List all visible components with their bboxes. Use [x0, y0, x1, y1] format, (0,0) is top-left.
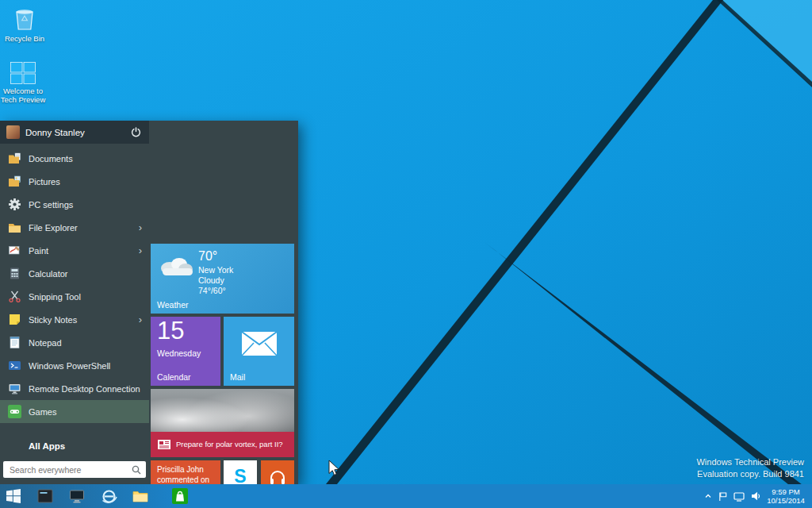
- network-icon: [733, 491, 745, 502]
- documents-icon: [8, 152, 21, 165]
- snipping-tool-icon: [8, 290, 21, 303]
- start-menu: Donny Stanley Documents Pictures: [0, 121, 298, 484]
- menu-item-sticky-notes[interactable]: Sticky Notes: [0, 308, 149, 331]
- recycle-bin-icon: [13, 5, 36, 32]
- menu-item-label: Pictures: [29, 177, 60, 187]
- taskbar-pinned-app-1[interactable]: [36, 488, 54, 504]
- tile-mail[interactable]: Mail: [224, 317, 294, 386]
- tile-label: Weather: [157, 300, 189, 310]
- pictures-icon: [8, 175, 21, 188]
- paint-icon: [8, 244, 21, 257]
- menu-item-label: Remote Desktop Connection: [29, 384, 140, 394]
- weather-city: New York: [198, 265, 233, 275]
- news-headline: Prepare for polar vortex, part II?: [176, 440, 283, 449]
- tile-label: Mail: [230, 372, 245, 382]
- power-icon: [131, 127, 141, 137]
- desktop: Recycle Bin Welcome to Tech Preview Wind…: [0, 0, 812, 508]
- menu-item-label: Calculator: [29, 269, 68, 279]
- weather-cloud-icon: [158, 254, 194, 278]
- monitor-icon: [69, 488, 85, 504]
- menu-item-remote-desktop-connection[interactable]: Remote Desktop Connection: [0, 377, 149, 400]
- evaluation-watermark: Windows Technical Preview Evaluation cop…: [696, 456, 804, 480]
- menu-item-label: Notepad: [29, 338, 62, 348]
- games-icon: [8, 405, 21, 418]
- clock-date: 10/15/2014: [762, 496, 810, 505]
- sticky-notes-icon: [8, 313, 21, 326]
- start-button[interactable]: [6, 489, 21, 503]
- calendar-weekday: Wednesday: [157, 348, 201, 358]
- notepad-icon: [8, 336, 21, 349]
- menu-item-pc-settings[interactable]: PC settings: [0, 193, 149, 216]
- volume-icon: [750, 491, 761, 502]
- desktop-icon-recycle-bin[interactable]: Recycle Bin: [2, 5, 48, 43]
- power-button[interactable]: [128, 125, 143, 140]
- menu-item-label: File Explorer: [29, 223, 78, 233]
- desktop-icon-label: Recycle Bin: [5, 34, 44, 43]
- file-explorer-icon: [8, 221, 21, 234]
- tile-weather[interactable]: 70° New York Cloudy 74°/60° Weather: [151, 244, 294, 314]
- menu-item-label: Snipping Tool: [29, 292, 81, 302]
- taskbar-clock[interactable]: 9:59 PM 10/15/2014: [762, 487, 810, 505]
- headphones-icon: [269, 469, 286, 485]
- menu-item-label: Games: [29, 407, 56, 417]
- volume-button[interactable]: [750, 491, 761, 502]
- start-menu-header: Donny Stanley: [0, 121, 149, 144]
- menu-item-file-explorer[interactable]: File Explorer: [0, 216, 149, 239]
- weather-temp: 70°: [198, 249, 217, 264]
- system-tray: [704, 484, 761, 508]
- start-menu-list: Documents Pictures PC settings File Expl…: [0, 147, 149, 423]
- taskbar: 9:59 PM 10/15/2014: [0, 484, 812, 508]
- taskbar-file-explorer[interactable]: [132, 488, 149, 504]
- desktop-icon-label: Welcome to Tech Preview: [0, 87, 46, 104]
- windows-start-icon: [6, 489, 21, 503]
- action-center-button[interactable]: [718, 491, 728, 502]
- user-avatar[interactable]: [6, 125, 20, 139]
- taskbar-store[interactable]: [171, 488, 189, 504]
- taskbar-internet-explorer[interactable]: [100, 488, 117, 504]
- menu-item-snipping-tool[interactable]: Snipping Tool: [0, 285, 149, 308]
- search-input[interactable]: [8, 464, 132, 475]
- menu-item-label: Windows PowerShell: [29, 361, 110, 371]
- tile-calendar[interactable]: 15 Wednesday Calendar: [151, 317, 220, 386]
- tile-news[interactable]: Prepare for polar vortex, part II?: [151, 389, 294, 457]
- chevron-up-icon: [704, 492, 712, 500]
- menu-item-notepad[interactable]: Notepad: [0, 331, 149, 354]
- taskbar-pinned-app-2[interactable]: [68, 488, 86, 504]
- watermark-line2: Evaluation copy. Build 9841: [696, 468, 804, 480]
- tile-label: Calendar: [157, 372, 191, 382]
- menu-item-windows-powershell[interactable]: Windows PowerShell: [0, 354, 149, 377]
- calculator-icon: [8, 267, 21, 280]
- mail-envelope-icon: [241, 331, 278, 356]
- dark-window-icon: [37, 488, 53, 504]
- menu-item-label: Documents: [29, 154, 73, 164]
- network-button[interactable]: [733, 491, 745, 502]
- flag-icon: [718, 491, 728, 502]
- menu-item-calculator[interactable]: Calculator: [0, 262, 149, 285]
- menu-item-paint[interactable]: Paint: [0, 239, 149, 262]
- weather-condition: Cloudy: [198, 275, 224, 285]
- weather-hi-lo: 74°/60°: [198, 286, 226, 295]
- powershell-icon: [8, 359, 21, 372]
- remote-desktop-icon: [8, 382, 21, 395]
- settings-gear-icon: [8, 198, 21, 211]
- desktop-icon-welcome-tech-preview[interactable]: Welcome to Tech Preview: [0, 62, 46, 104]
- clock-time: 9:59 PM: [762, 487, 810, 496]
- menu-item-label: Sticky Notes: [29, 315, 77, 325]
- news-banner: Prepare for polar vortex, part II?: [151, 432, 294, 457]
- mouse-cursor: [328, 460, 344, 477]
- watermark-line1: Windows Technical Preview: [696, 456, 804, 468]
- folder-icon: [132, 490, 148, 502]
- internet-explorer-icon: [101, 488, 117, 505]
- news-icon: [157, 439, 171, 450]
- windows-logo-icon: [10, 62, 36, 84]
- hidden-icons-chevron[interactable]: [704, 492, 712, 500]
- menu-item-label: Paint: [29, 246, 48, 256]
- menu-item-pictures[interactable]: Pictures: [0, 170, 149, 193]
- calendar-day: 15: [157, 318, 184, 344]
- store-bag-icon: [172, 488, 188, 504]
- all-apps-button[interactable]: All Apps: [29, 441, 65, 451]
- menu-item-games[interactable]: Games: [0, 400, 149, 423]
- user-name: Donny Stanley: [25, 128, 128, 137]
- search-box[interactable]: [3, 461, 146, 478]
- menu-item-documents[interactable]: Documents: [0, 147, 149, 170]
